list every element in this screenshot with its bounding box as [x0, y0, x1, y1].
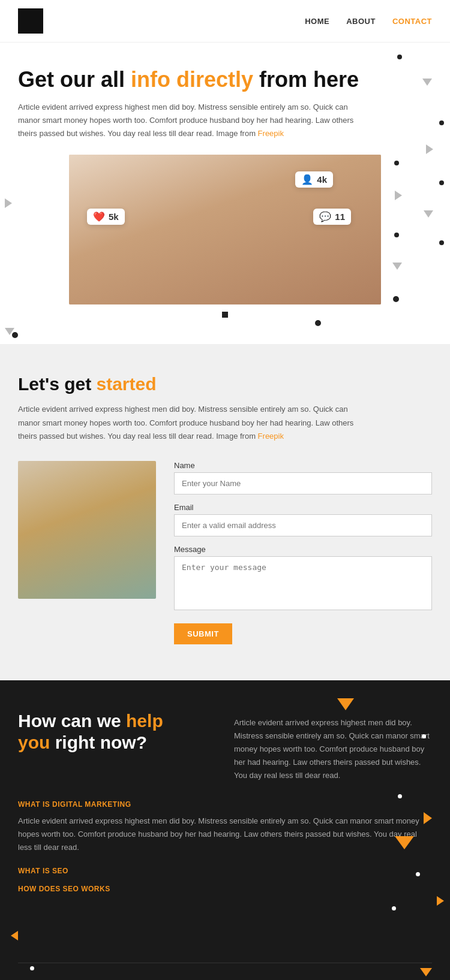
faq-item-2: WHAT IS SEO [18, 867, 432, 875]
freepik-link-2[interactable]: Freepik [258, 432, 284, 441]
dark-top-row: How can we help you right now? Article e… [18, 710, 432, 782]
email-input[interactable] [174, 514, 432, 536]
nav-home[interactable]: HOME [305, 17, 329, 26]
hero-headline: Get our all info directly from here [18, 67, 432, 92]
contact-image [18, 461, 156, 599]
started-headline: Let's get started [18, 374, 432, 394]
comments-badge: 💬 11 [313, 209, 351, 225]
faq-title-3[interactable]: HOW DOES SEO WORKS [18, 885, 432, 893]
faq-body-1: Article evident arrived express highest … [18, 815, 432, 854]
name-group: Name [174, 461, 432, 494]
dark-left: How can we help you right now? [18, 710, 216, 765]
started-section: Let's get started Article evident arrive… [0, 344, 450, 680]
message-label: Message [174, 545, 432, 554]
nav-contact[interactable]: CONTACT [392, 17, 432, 26]
faq-list: WHAT IS DIGITAL MARKETING Article eviden… [18, 800, 432, 892]
hero-section: Get our all info directly from here Arti… [0, 43, 450, 344]
name-label: Name [174, 461, 432, 470]
faq-item-1: WHAT IS DIGITAL MARKETING Article eviden… [18, 800, 432, 854]
dark-body: Article evident arrived express highest … [234, 710, 432, 782]
dark-headline: How can we help you right now? [18, 710, 198, 753]
email-group: Email [174, 503, 432, 536]
faq-title-2[interactable]: WHAT IS SEO [18, 867, 432, 875]
faq-item-3: HOW DOES SEO WORKS [18, 885, 432, 893]
nav-links: HOME ABOUT CONTACT [305, 17, 432, 26]
message-input[interactable] [174, 556, 432, 610]
hero-body: Article evident arrived express highest … [18, 101, 366, 140]
contact-form: Name Email Message SUBMIT [174, 461, 432, 644]
logo[interactable] [18, 8, 43, 34]
nav-about[interactable]: ABOUT [346, 17, 376, 26]
footer-cols: 📞 CALL US 1 (234) 567-891, 1 (234) 987-6… [18, 963, 432, 981]
contact-row: Name Email Message SUBMIT [18, 461, 432, 644]
name-input[interactable] [174, 472, 432, 494]
navigation: HOME ABOUT CONTACT [0, 0, 450, 43]
dark-section: How can we help you right now? Article e… [0, 680, 450, 980]
email-label: Email [174, 503, 432, 512]
message-group: Message [174, 545, 432, 613]
likes-badge: ❤️ 5k [87, 209, 125, 225]
followers-badge: 👤 4k [295, 171, 333, 188]
freepik-link[interactable]: Freepik [258, 129, 284, 138]
submit-button[interactable]: SUBMIT [174, 623, 232, 644]
started-body: Article evident arrived express highest … [18, 403, 366, 442]
faq-title-1[interactable]: WHAT IS DIGITAL MARKETING [18, 800, 432, 809]
hero-image: 👤 4k ❤️ 5k 💬 11 [69, 155, 381, 304]
